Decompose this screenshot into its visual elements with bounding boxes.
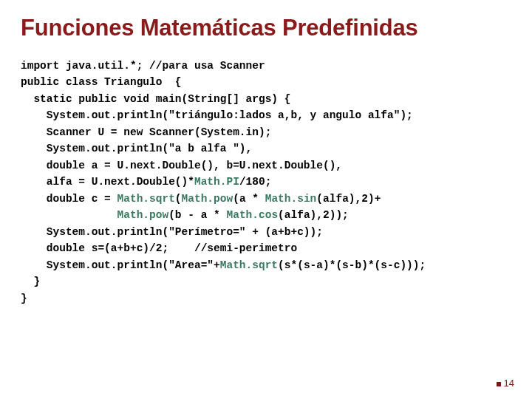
code-line: (s*(s-a)*(s-b)*(s-c))); bbox=[278, 259, 426, 271]
code-line: alfa = U.next.Double()* bbox=[21, 176, 194, 188]
code-block: import java.util.*; //para usa Scanner p… bbox=[21, 58, 511, 307]
code-line: double c = bbox=[21, 193, 117, 205]
code-line: } bbox=[21, 276, 40, 287]
code-line: System.out.println("a b alfa "), bbox=[21, 143, 252, 154]
code-line: (a * bbox=[233, 193, 265, 205]
code-line: System.out.println("Perímetro=" + (a+b+c… bbox=[21, 226, 323, 238]
code-highlight: Math.cos bbox=[226, 209, 278, 221]
code-line: static public void main(String[] args) { bbox=[21, 93, 290, 105]
code-line: (alfa),2)+ bbox=[316, 193, 381, 205]
slide-title: Funciones Matemáticas Predefinidas bbox=[21, 15, 511, 41]
code-line: /180; bbox=[239, 176, 272, 188]
code-highlight: Math.PI bbox=[194, 176, 239, 188]
code-highlight: Math.sin bbox=[265, 193, 317, 205]
code-line: } bbox=[21, 293, 27, 304]
page-footer: 14 bbox=[497, 378, 514, 389]
code-line: public class Triangulo { bbox=[21, 76, 182, 88]
code-line: (alfa),2)); bbox=[278, 209, 349, 221]
code-line: double a = U.next.Double(), b=U.next.Dou… bbox=[21, 160, 342, 171]
code-highlight: Math.sqrt bbox=[117, 193, 175, 205]
code-highlight: Math.pow bbox=[117, 209, 169, 221]
code-line: import java.util.*; //para usa Scanner bbox=[21, 60, 265, 72]
code-line: System.out.println("Area="+ bbox=[21, 259, 220, 271]
page-number: 14 bbox=[504, 378, 514, 389]
code-line: ( bbox=[175, 193, 182, 205]
slide-content: Funciones Matemáticas Predefinidas impor… bbox=[0, 0, 532, 307]
code-line: System.out.println("triángulo:lados a,b,… bbox=[21, 109, 413, 121]
code-line: Scanner U = new Scanner(System.in); bbox=[21, 126, 271, 138]
code-line bbox=[21, 209, 117, 221]
code-highlight: Math.sqrt bbox=[220, 259, 278, 271]
code-highlight: Math.pow bbox=[182, 193, 233, 205]
bullet-icon bbox=[497, 382, 501, 386]
code-line: (b - a * bbox=[168, 209, 226, 221]
code-line: double s=(a+b+c)/2; //semi-perimetro bbox=[21, 242, 297, 254]
